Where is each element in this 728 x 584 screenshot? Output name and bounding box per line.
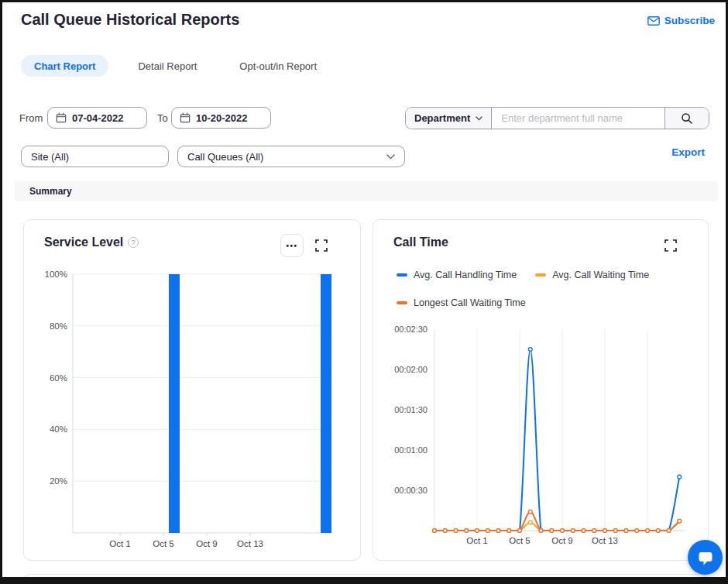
- svg-text:Oct 5: Oct 5: [153, 539, 173, 548]
- subscribe-link[interactable]: Subscribe: [647, 15, 715, 26]
- svg-text:60%: 60%: [50, 373, 67, 383]
- legend-longest-call-waiting-time: Longest Call Waiting Time: [397, 297, 526, 308]
- svg-text:Oct 9: Oct 9: [196, 539, 217, 548]
- summary-label: Summary: [29, 186, 72, 197]
- call-queue-reports-page: Call Queue Historical Reports Subscribe …: [0, 0, 728, 584]
- svg-text:00:02:00: 00:02:00: [394, 365, 428, 374]
- call-time-legend-row-1: Avg. Call Handling Time Avg. Call Waitin…: [397, 270, 649, 280]
- help-icon[interactable]: ?: [128, 237, 139, 248]
- legend-dash-amber: [535, 273, 546, 277]
- legend-label: Avg. Call Waiting Time: [552, 270, 649, 280]
- expand-icon[interactable]: [664, 239, 677, 252]
- service-level-card: Service Level ? ••• 100%80%60%40%20%Oct …: [23, 219, 361, 561]
- svg-text:00:02:30: 00:02:30: [394, 325, 428, 334]
- export-link[interactable]: Export: [671, 146, 705, 158]
- svg-text:20%: 20%: [50, 476, 67, 486]
- call-time-card: Call Time Avg. Call Handling Time Avg. C…: [373, 219, 709, 561]
- site-filter[interactable]: Site (All): [21, 146, 169, 167]
- call-queues-filter-value: Call Queues (All): [187, 151, 263, 163]
- department-type-dropdown[interactable]: Department: [406, 108, 492, 129]
- legend-avg-call-handling-time: Avg. Call Handling Time: [397, 270, 517, 280]
- tab-opt-out-in-report[interactable]: Opt-out/in Report: [226, 55, 330, 77]
- chat-icon: [697, 549, 714, 566]
- window-bottom-edge: [0, 577, 728, 584]
- service-level-title-text: Service Level: [44, 235, 123, 249]
- search-button[interactable]: [664, 108, 709, 129]
- legend-label: Longest Call Waiting Time: [414, 297, 526, 308]
- to-label: To: [157, 112, 168, 124]
- chat-launcher-button[interactable]: [688, 540, 723, 575]
- svg-text:Oct 5: Oct 5: [509, 536, 530, 545]
- tab-detail-report[interactable]: Detail Report: [125, 55, 210, 77]
- report-tabs: Chart Report Detail Report Opt-out/in Re…: [21, 55, 330, 77]
- tab-opt-out-in-report-label: Opt-out/in Report: [239, 60, 317, 72]
- expand-icon[interactable]: [315, 239, 328, 252]
- svg-text:Oct 13: Oct 13: [592, 536, 618, 545]
- svg-text:00:01:30: 00:01:30: [394, 405, 428, 414]
- call-time-title-text: Call Time: [393, 235, 448, 249]
- service-level-title: Service Level ?: [44, 235, 139, 249]
- calendar-icon: [180, 112, 191, 123]
- from-label: From: [19, 112, 43, 124]
- envelope-icon: [647, 16, 660, 26]
- tab-chart-report[interactable]: Chart Report: [21, 55, 108, 77]
- search-icon: [681, 112, 693, 125]
- tab-chart-report-label: Chart Report: [34, 60, 95, 72]
- tab-detail-report-label: Detail Report: [138, 60, 197, 72]
- call-time-title: Call Time: [393, 235, 448, 249]
- department-search-input[interactable]: [492, 108, 664, 129]
- site-filter-value: Site (All): [31, 151, 69, 163]
- legend-dash-blue: [397, 273, 407, 277]
- more-options-icon: •••: [286, 242, 297, 250]
- calendar-icon: [56, 112, 67, 123]
- svg-text:40%: 40%: [50, 424, 67, 434]
- chevron-down-icon: [386, 154, 395, 160]
- department-type-label: Department: [414, 112, 470, 124]
- legend-dash-orange: [397, 301, 407, 304]
- svg-text:00:00:30: 00:00:30: [394, 486, 428, 495]
- svg-text:80%: 80%: [50, 321, 67, 331]
- call-queues-filter[interactable]: Call Queues (All): [177, 146, 405, 167]
- from-date-value: 07-04-2022: [72, 112, 124, 124]
- call-time-chart: 00:02:3000:02:0000:01:3000:01:0000:00:30…: [383, 325, 704, 545]
- svg-text:100%: 100%: [45, 270, 67, 279]
- svg-text:Oct 9: Oct 9: [551, 536, 572, 545]
- to-date-picker[interactable]: 10-20-2022: [171, 107, 271, 129]
- svg-text:Oct 13: Oct 13: [237, 539, 263, 548]
- chevron-down-icon: [476, 116, 482, 121]
- svg-text:Oct 1: Oct 1: [109, 539, 130, 548]
- to-date-value: 10-20-2022: [196, 112, 248, 124]
- from-date-picker[interactable]: 07-04-2022: [47, 107, 147, 129]
- call-time-legend-row-2: Longest Call Waiting Time: [397, 297, 526, 308]
- svg-text:00:01:00: 00:01:00: [394, 445, 428, 455]
- department-search-group: Department: [405, 107, 709, 129]
- svg-text:Oct 1: Oct 1: [466, 536, 487, 545]
- more-options-button[interactable]: •••: [280, 234, 304, 257]
- service-level-chart: 100%80%60%40%20%Oct 1Oct 5Oct 9Oct 13: [41, 268, 348, 558]
- subscribe-label: Subscribe: [664, 15, 715, 26]
- page-title: Call Queue Historical Reports: [21, 11, 239, 29]
- legend-label: Avg. Call Handling Time: [414, 270, 517, 280]
- summary-section-header: Summary: [15, 181, 718, 201]
- legend-avg-call-waiting-time: Avg. Call Waiting Time: [535, 270, 649, 280]
